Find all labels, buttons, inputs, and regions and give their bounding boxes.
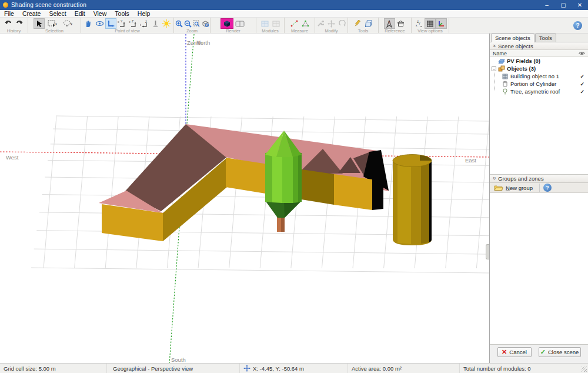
east-label: East	[465, 157, 476, 164]
toolbar-group-label: Modify	[325, 29, 338, 33]
pan-hand-button[interactable]	[83, 18, 94, 29]
menu-tools[interactable]: Tools	[111, 10, 133, 17]
toolbar-group-history: History	[0, 18, 28, 33]
rotate-xz-button[interactable]: xZ	[128, 18, 139, 29]
toolbar-group-view-options: xYZ View options	[412, 18, 449, 33]
scene-objects-section-header[interactable]: » Scene objects	[490, 42, 588, 50]
check-icon: ✓	[540, 348, 546, 356]
tools-pencil-button[interactable]	[352, 18, 363, 29]
tree-item-label: Building object no 1	[510, 73, 559, 79]
menu-file[interactable]: File	[0, 10, 18, 17]
cylinder-object[interactable]	[393, 155, 432, 246]
zoom-extents-button[interactable]	[201, 18, 210, 29]
tree-expander[interactable]: -	[492, 66, 496, 71]
groups-section-header[interactable]: » Groups and zones	[490, 175, 588, 182]
render-3d-button[interactable]	[220, 18, 233, 29]
sun-button[interactable]	[161, 18, 172, 29]
tree-item-building[interactable]: Building object no 1 ✓	[490, 72, 588, 80]
house-reference-button[interactable]	[395, 18, 406, 29]
zoom-window-button[interactable]	[192, 18, 201, 29]
tab-scene-objects[interactable]: Scene objects	[491, 34, 534, 42]
close-button[interactable]: ✕	[572, 0, 588, 10]
undo-button[interactable]	[3, 18, 14, 29]
grid-line	[44, 116, 56, 268]
orbit-view-button[interactable]	[94, 18, 105, 29]
toolbar-group-label: Measure	[291, 29, 308, 33]
check-icon[interactable]: ✓	[580, 74, 584, 79]
menu-select[interactable]: Select	[45, 10, 70, 17]
tree-item-objects[interactable]: - Objects (3)	[490, 65, 588, 72]
tree-facet-3	[282, 151, 293, 203]
zoom-out-button[interactable]	[183, 18, 192, 29]
zoom-in-button[interactable]	[175, 18, 183, 29]
scene-viewport[interactable]: Zenith North West East South	[0, 34, 490, 363]
modify-move-button[interactable]	[326, 18, 337, 29]
show-grid-button[interactable]	[425, 18, 436, 29]
separator	[539, 184, 540, 192]
modify-rotate-button[interactable]	[337, 18, 348, 29]
modules-grid-button[interactable]	[270, 18, 282, 29]
tree-item-pv-fields[interactable]: PV Fields (0)	[490, 57, 588, 65]
south-label: South	[171, 357, 186, 363]
redo-button[interactable]	[14, 18, 25, 29]
axis-south	[169, 227, 179, 363]
help-button[interactable]: ?	[573, 21, 582, 30]
check-icon[interactable]: ✓	[580, 81, 584, 87]
rotate-tz-button[interactable]: Zt	[139, 18, 150, 29]
tools-copy-button[interactable]	[363, 18, 375, 29]
menu-edit[interactable]: Edit	[71, 10, 89, 17]
observer-position-button[interactable]	[150, 18, 161, 29]
svg-text:x: x	[129, 20, 131, 24]
rotate-xy-button[interactable]: xY	[116, 18, 128, 29]
new-group-button[interactable]: New group	[491, 184, 536, 192]
toolbar-group-label: Point of view	[115, 29, 140, 33]
toolbar-group-label: Zoom	[186, 29, 198, 33]
menu-create[interactable]: Create	[18, 10, 45, 17]
tree-item-cylinder[interactable]: Portion of Cylinder ✓	[490, 80, 588, 88]
building-object[interactable]	[99, 124, 389, 241]
groups-toolbar: New group ?	[490, 182, 588, 193]
toolbar-group-modules: Modules	[256, 18, 285, 33]
tree-item-label: Portion of Cylinder	[510, 81, 556, 87]
status-active-area: Active area: 0.00 m²	[348, 364, 460, 373]
pointer-select-button[interactable]	[34, 18, 45, 29]
toolbar-group-label: Modules	[262, 29, 278, 33]
toolbar-group-label: Render	[226, 29, 240, 33]
maximize-button[interactable]: ▢	[555, 0, 572, 10]
side-panel: Scene objects Tools » Scene objects Name…	[490, 34, 588, 363]
grid-line	[105, 116, 118, 268]
resize-grip[interactable]	[582, 367, 587, 372]
modules-table-button[interactable]	[259, 18, 270, 29]
minimize-button[interactable]: –	[539, 0, 555, 10]
show-axes-button[interactable]	[436, 18, 447, 29]
panel-tabs: Scene objects Tools	[490, 34, 588, 42]
north-arrow-button[interactable]: N	[384, 18, 395, 29]
modify-wrench-button[interactable]	[315, 18, 326, 29]
show-axes-labels-button[interactable]: xYZ	[413, 18, 425, 29]
toolbar: History ▾ ▾ Selection xY xZ Zt Point of …	[0, 18, 588, 34]
tab-tools[interactable]: Tools	[535, 34, 556, 42]
svg-text:x: x	[118, 20, 119, 24]
tree-facet-5	[298, 152, 302, 202]
status-grid-cell-size: Grid cell size: 5.00 m	[0, 364, 107, 373]
tree-item-tree[interactable]: Tree, asymetric roof ✓	[490, 88, 588, 95]
cancel-button[interactable]: ✕ Cancel	[497, 347, 532, 357]
close-scene-button[interactable]: ✓ Close scene	[539, 347, 581, 357]
render-flat-button[interactable]	[233, 18, 246, 29]
tree-column-header[interactable]: Name	[490, 50, 588, 57]
toolbar-group-render: Render	[211, 18, 256, 33]
panel-splitter-handle[interactable]	[486, 244, 489, 259]
menu-view[interactable]: View	[89, 10, 111, 17]
axis-view-button[interactable]	[105, 18, 116, 29]
lasso-select-button[interactable]: ▾	[60, 18, 75, 29]
toolbar-group-point-of-view: xY xZ Zt Point of view	[81, 18, 174, 33]
title-bar: Shading scene construction – ▢ ✕	[0, 0, 588, 10]
folder-icon	[494, 184, 503, 191]
rectangle-select-button[interactable]: ▾	[45, 18, 60, 29]
status-view-mode: Geographical - Perspective view	[107, 364, 240, 373]
menu-help[interactable]: Help	[133, 10, 155, 17]
groups-help-button[interactable]: ?	[543, 184, 552, 192]
check-icon[interactable]: ✓	[580, 89, 584, 95]
measure-angle-button[interactable]	[300, 18, 311, 29]
measure-distance-button[interactable]	[289, 18, 300, 29]
